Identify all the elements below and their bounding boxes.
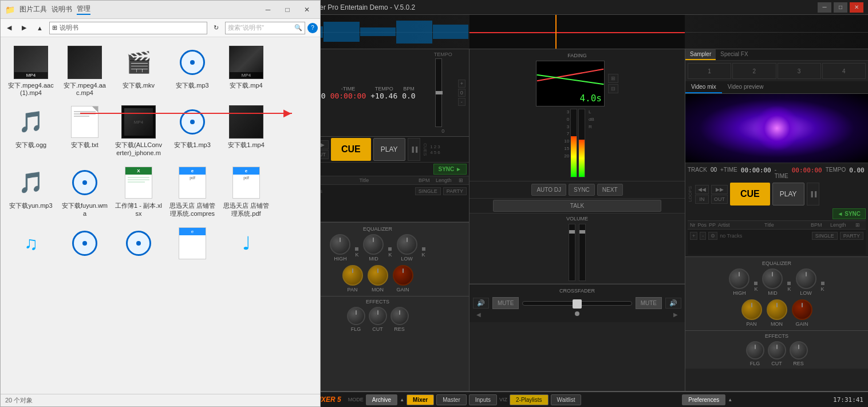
cf-right-arrow[interactable]: ▶	[673, 311, 678, 318]
crossfader-track[interactable]	[522, 301, 632, 306]
sync-button-right[interactable]: ◄ SYNC	[833, 208, 866, 219]
maximize-btn[interactable]: □	[834, 2, 847, 13]
sync-btn-center[interactable]: SYNC	[569, 184, 595, 196]
list-item[interactable]	[113, 223, 164, 265]
search-bar[interactable]: 搜索"说明书" 🔍	[225, 22, 305, 34]
loop-next-right[interactable]: ▶▶	[711, 185, 728, 194]
archive-button[interactable]: Archive	[366, 394, 397, 405]
minimize-btn[interactable]: ─	[818, 2, 831, 13]
list-item[interactable]: e pdf 思迅天店 店铺管理系统.compressed.pdf	[167, 162, 218, 220]
ribbon-tab-picture-tools[interactable]: 图片工具	[19, 5, 47, 14]
list-item[interactable]: MP4 安下.mpeg4.aac(1).mp4	[5, 42, 57, 99]
mute-left-btn[interactable]: MUTE	[492, 297, 519, 309]
high-knob-right[interactable]	[729, 268, 749, 289]
list-item[interactable]: 安下载fuyun.wma	[59, 162, 111, 220]
vol-slider-left[interactable]	[569, 224, 575, 281]
close-button[interactable]: ✕	[298, 3, 315, 16]
tab-sampler[interactable]: Sampler	[685, 49, 716, 60]
single-btn-left[interactable]: SINGLE	[415, 187, 441, 195]
pan-knob-right[interactable]	[741, 299, 762, 320]
list-item[interactable]: MP4 安下载(ALLConverter)_iphone.mp4	[113, 101, 164, 160]
sync-button-left[interactable]: SYNC ►	[433, 164, 467, 175]
address-bar[interactable]: ⊞ 说明书	[49, 22, 207, 34]
list-item[interactable]	[59, 223, 111, 265]
list-item[interactable]: X 工作簿1 - 副本.xlsx	[113, 162, 164, 220]
left-tempo-slider[interactable]	[435, 58, 442, 127]
list-item[interactable]: 安下.mpeg4.aac.mp4	[59, 42, 111, 99]
close-btn[interactable]: ✕	[850, 2, 863, 13]
mute-right-btn[interactable]: MUTE	[636, 297, 662, 309]
list-item[interactable]: MP4 安下载.mp4	[220, 42, 272, 99]
list-item[interactable]: 🎬 安下载.mkv	[113, 42, 164, 99]
tempo-dn-btn[interactable]: 0	[458, 89, 465, 97]
right-extra-btn[interactable]: ▐▐	[807, 183, 820, 206]
list-item[interactable]: 安下载.txt	[59, 101, 111, 160]
playlist-remove-right[interactable]: -	[700, 232, 706, 240]
mixer-button[interactable]: Mixer	[407, 394, 434, 405]
cue-button-left[interactable]: CUE	[331, 138, 371, 161]
cf-left-arrow[interactable]: ◀	[476, 311, 481, 318]
refresh-button[interactable]: ↻	[210, 22, 223, 34]
mon-knob[interactable]	[368, 265, 388, 286]
waitlist-button[interactable]: Waitlist	[551, 394, 582, 405]
preferences-button[interactable]: Preferences	[682, 394, 725, 405]
tab-special-fx[interactable]: Special FX	[716, 49, 752, 60]
list-item[interactable]: ♩	[220, 223, 272, 265]
ribbon-tab-manage[interactable]: 管理	[77, 4, 90, 15]
list-item[interactable]: e	[167, 223, 218, 265]
high-knob[interactable]	[330, 234, 350, 255]
tempo-dw-btn[interactable]: -	[458, 98, 465, 106]
playlist-settings-right[interactable]: ⚙	[708, 232, 717, 240]
flg-knob[interactable]	[347, 307, 365, 325]
crossfader-vol-icon-right[interactable]: 🔊	[665, 298, 681, 309]
list-item[interactable]: 🎵 安下载.ogg	[5, 101, 57, 160]
inputs-button[interactable]: Inputs	[469, 394, 497, 405]
low-knob-right[interactable]	[796, 268, 816, 289]
mid-knob-right[interactable]	[762, 268, 783, 289]
forward-button[interactable]: ▶	[18, 22, 30, 34]
tab-video-mix[interactable]: Video mix	[685, 81, 722, 93]
low-knob[interactable]	[397, 234, 417, 255]
maximize-button[interactable]: □	[279, 3, 296, 16]
playlist-add-right[interactable]: +	[690, 232, 697, 240]
master-button[interactable]: Master	[436, 394, 467, 405]
playlists-button[interactable]: 2-Playlists	[510, 394, 549, 405]
res-knob[interactable]	[390, 307, 409, 325]
mid-knob[interactable]	[363, 234, 384, 255]
loop-prev-right[interactable]: ◀◀	[695, 185, 709, 194]
vol-slider-right[interactable]	[579, 224, 586, 281]
loop-out-right[interactable]: OUT	[711, 195, 728, 204]
cue-button-right[interactable]: CUE	[730, 183, 770, 206]
auto-dj-btn[interactable]: AUTO DJ	[531, 184, 566, 196]
talk-btn[interactable]: TALK	[493, 200, 661, 212]
list-item[interactable]: 安下载1.mp4	[220, 101, 272, 160]
play-button-left[interactable]: PLAY	[373, 138, 405, 161]
next-btn-center[interactable]: NEXT	[597, 184, 623, 196]
crossfader-vol-icon-left[interactable]: 🔊	[473, 298, 489, 309]
list-item[interactable]: e pdf 思迅天店 店铺管理系统.pdf	[220, 162, 272, 220]
cut-knob-right[interactable]	[768, 341, 786, 359]
minimize-button[interactable]: ─	[259, 3, 277, 16]
help-button[interactable]: ?	[307, 23, 318, 33]
list-item[interactable]: ♫	[5, 223, 57, 265]
sampler-cell-4[interactable]: 4	[822, 63, 866, 79]
party-btn-right[interactable]: PARTY	[840, 232, 863, 240]
fading-expand-btn[interactable]: ⊞	[608, 74, 618, 83]
ribbon-tab-manual[interactable]: 说明书	[52, 5, 72, 14]
sampler-cell-3[interactable]: 3	[778, 63, 821, 79]
archive-arrow[interactable]: ▲	[400, 397, 404, 402]
loop-in-right[interactable]: IN	[695, 195, 709, 204]
preferences-arrow[interactable]: ▲	[728, 397, 732, 402]
gain-knob-right[interactable]	[792, 299, 812, 320]
gain-knob[interactable]	[393, 265, 413, 286]
res-knob-right[interactable]	[790, 341, 808, 359]
up-button[interactable]: ▲	[33, 22, 47, 34]
cut-knob[interactable]	[369, 307, 387, 325]
pan-knob[interactable]	[342, 265, 363, 286]
flg-knob-right[interactable]	[746, 341, 764, 359]
tab-video-preview[interactable]: Video preview	[722, 81, 770, 93]
sampler-cell-1[interactable]: 1	[688, 63, 731, 79]
play-button-right[interactable]: PLAY	[772, 183, 804, 206]
crossfader-thumb[interactable]	[573, 299, 582, 309]
tempo-up-btn[interactable]: +	[458, 80, 465, 88]
